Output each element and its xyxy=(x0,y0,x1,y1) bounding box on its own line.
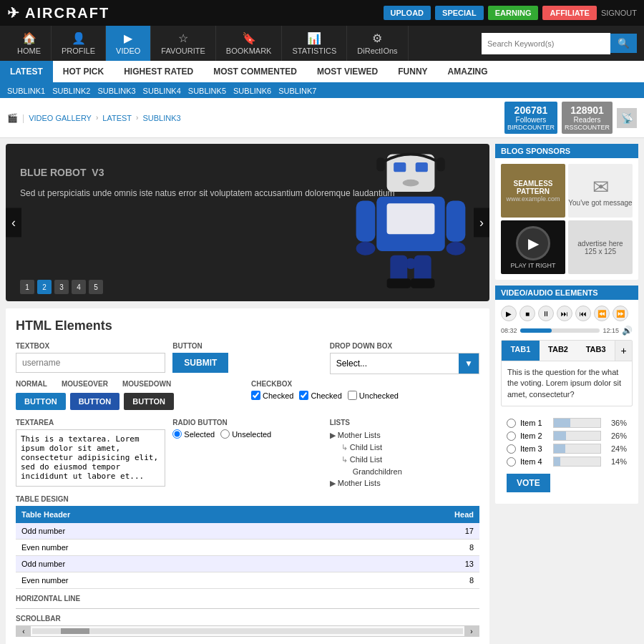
dot-2[interactable]: 2 xyxy=(37,280,52,294)
vote-bar-2 xyxy=(553,431,601,441)
textbox-input[interactable] xyxy=(16,353,165,373)
play-btn[interactable]: ▶ xyxy=(501,306,517,321)
checkbox-1[interactable]: Checked xyxy=(251,391,293,400)
earning-button[interactable]: EARNING xyxy=(488,6,539,20)
subnav-latest[interactable]: LATEST xyxy=(0,61,53,82)
nav-home[interactable]: 🏠 HOME xyxy=(7,26,52,61)
vote-pct-4: 14% xyxy=(605,457,627,466)
dropdown-wrap: Select... ▼ xyxy=(330,353,479,374)
sponsor-play[interactable]: ▶ PLAY IT RIGHT xyxy=(501,220,565,274)
breadcrumb-latest[interactable]: LATEST xyxy=(102,114,132,122)
scrollbar-thumb[interactable] xyxy=(61,628,89,634)
subnav-amazing[interactable]: AMAZING xyxy=(438,61,498,82)
table-cell-val: 8 xyxy=(323,572,479,589)
subnav-hotpick[interactable]: HOT PICK xyxy=(53,61,114,82)
sponsor-mail[interactable]: ✉ You've got message xyxy=(568,164,633,218)
button-down[interactable]: BUTTON xyxy=(124,393,174,410)
subnav-funny[interactable]: FUNNY xyxy=(388,61,437,82)
radio-selected[interactable]: Selected xyxy=(172,429,215,439)
stop-btn[interactable]: ■ xyxy=(519,306,535,321)
next-btn[interactable]: ⏭ xyxy=(557,306,572,321)
scrollbar-demo: ‹ › xyxy=(16,625,479,637)
form-row-1: TEXTBOX BUTTON SUBMIT DROP DOWN BOX Sele… xyxy=(16,342,479,374)
textarea-input[interactable]: This is a textarea. Lorem ipsum dolor si… xyxy=(16,429,165,487)
followers-label: Followers xyxy=(507,116,555,124)
skip-fwd-btn[interactable]: ⏩ xyxy=(613,306,628,321)
upload-button[interactable]: UPLOAD xyxy=(384,6,431,20)
dot-4[interactable]: 4 xyxy=(72,280,86,294)
sublink-1[interactable]: SUBLINK1 xyxy=(7,87,45,95)
scrollbar-left-btn[interactable]: ‹ xyxy=(16,625,31,637)
nav-bookmark[interactable]: 🔖 BOOKMARK xyxy=(216,26,283,61)
vote-bar-1 xyxy=(553,418,601,428)
skip-back-btn[interactable]: ⏪ xyxy=(594,306,610,321)
pause-btn[interactable]: ⏸ xyxy=(538,306,554,321)
dot-1[interactable]: 1 xyxy=(20,280,34,294)
sublink-2[interactable]: SUBLINK2 xyxy=(52,87,90,95)
submit-button[interactable]: SUBMIT xyxy=(172,353,228,373)
sublink-3[interactable]: SUBLINK3 xyxy=(97,87,135,95)
progress-track[interactable] xyxy=(520,328,600,333)
vote-radio-4[interactable] xyxy=(507,457,516,467)
table-cell: Odd number xyxy=(16,556,323,572)
button-normal[interactable]: BUTTON xyxy=(16,393,66,410)
dot-3[interactable]: 3 xyxy=(54,280,69,294)
nav-directions[interactable]: ⚙ DiRectIOns xyxy=(347,26,408,61)
slider-next-button[interactable]: › xyxy=(474,208,489,238)
home-icon: 🏠 xyxy=(22,31,36,45)
tab-2[interactable]: TAB2 xyxy=(540,341,577,361)
checkbox-group: CHECKBOX Checked Checked Unchecked xyxy=(251,380,479,413)
tab-3[interactable]: TAB3 xyxy=(577,341,615,361)
tab-add-btn[interactable]: + xyxy=(615,341,632,361)
checkbox-2[interactable]: Checked xyxy=(299,391,341,400)
logo: ✈ AIRCRAFT xyxy=(7,4,109,21)
vote-button[interactable]: VOTE xyxy=(507,474,550,492)
dropdown-select[interactable]: Select... xyxy=(331,354,459,373)
affiliate-button[interactable]: AFFILIATE xyxy=(542,6,596,20)
dot-5[interactable]: 5 xyxy=(89,280,103,294)
vote-radio-1[interactable] xyxy=(507,419,516,428)
rew-btn[interactable]: ⏮ xyxy=(575,306,591,321)
nav-statistics[interactable]: 📊 STATISTICS xyxy=(282,26,347,61)
vote-item-1: Item 1 36% xyxy=(507,418,627,428)
scrollbar-track[interactable] xyxy=(32,628,463,634)
nav-favourite[interactable]: ☆ FAVOURITE xyxy=(151,26,216,61)
checkbox-3[interactable]: Unchecked xyxy=(348,391,399,400)
tab-1[interactable]: TAB1 xyxy=(502,341,540,361)
subnav-highest[interactable]: HIGHEST RATED xyxy=(114,61,203,82)
nav-video[interactable]: ▶ VIDEO xyxy=(106,26,151,61)
special-button[interactable]: SPECIAL xyxy=(435,6,484,20)
subnav-viewed[interactable]: MOST VIEWED xyxy=(307,61,388,82)
search-button[interactable]: 🔍 xyxy=(610,34,637,53)
subnav-commented[interactable]: MOST COMMENTED xyxy=(203,61,307,82)
sublink-6[interactable]: SUBLINK6 xyxy=(233,87,271,95)
signout-button[interactable]: SIGNOUT xyxy=(601,9,637,17)
nav-profile[interactable]: 👤 PROFILE xyxy=(52,26,106,61)
vote-pct-1: 36% xyxy=(605,419,627,427)
breadcrumb-sublink3[interactable]: SUBLINK3 xyxy=(142,114,180,122)
search-input[interactable] xyxy=(482,33,610,54)
button-label: BUTTON xyxy=(172,342,322,350)
table-design-section: TABLE DESIGN Table Header Head Odd numbe… xyxy=(16,495,479,589)
vote-radio-3[interactable] xyxy=(507,444,516,454)
radio-unselected[interactable]: Unselected xyxy=(220,429,271,439)
button-hover[interactable]: BUTTON xyxy=(70,393,120,410)
nav-search: 🔍 xyxy=(482,33,637,54)
volume-icon[interactable]: 🔊 xyxy=(622,326,633,336)
sublink-5[interactable]: SUBLINK5 xyxy=(188,87,226,95)
nav-profile-label: PROFILE xyxy=(62,47,95,55)
table-cell-val: 13 xyxy=(323,556,479,572)
vote-bar-fill-4 xyxy=(554,457,560,466)
nav-video-label: VIDEO xyxy=(116,47,140,55)
slider-prev-button[interactable]: ‹ xyxy=(6,208,21,238)
rss-icon[interactable]: 📡 xyxy=(617,108,637,128)
sublink-7[interactable]: SUBLINK7 xyxy=(278,87,316,95)
scrollbar-right-btn[interactable]: › xyxy=(464,625,479,637)
breadcrumb-gallery[interactable]: VIDEO GALLERY xyxy=(29,114,92,122)
sublink-4[interactable]: SUBLINK4 xyxy=(143,87,181,95)
player-controls: ▶ ■ ⏸ ⏭ ⏮ ⏪ ⏩ xyxy=(501,306,633,321)
sponsor-seamless[interactable]: SEAMLESSPATTERN www.example.com xyxy=(501,164,565,218)
sponsor-advertise[interactable]: advertise here 125 x 125 xyxy=(568,220,633,274)
followers-count: 206781 xyxy=(507,104,555,116)
vote-radio-2[interactable] xyxy=(507,431,516,441)
